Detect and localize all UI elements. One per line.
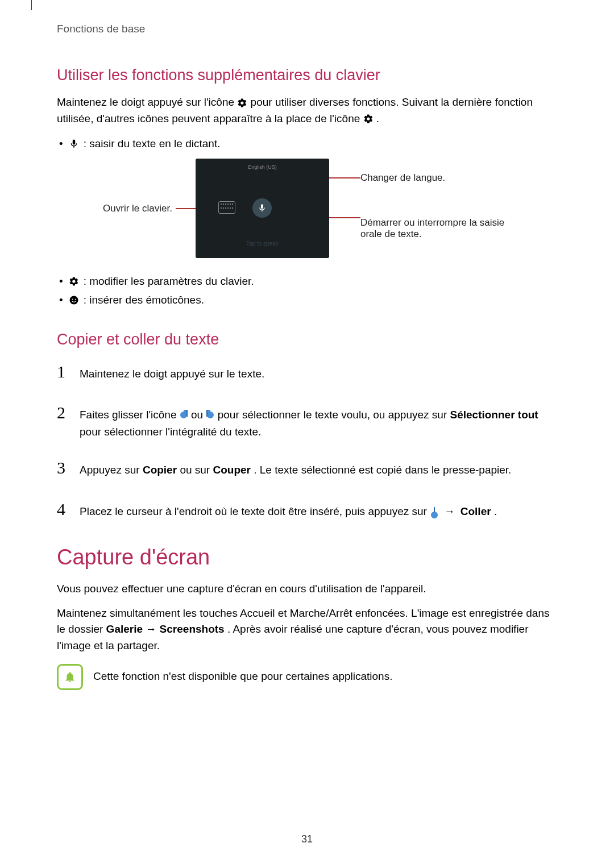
smiley-icon <box>69 295 79 305</box>
voice-input-figure: Ouvrir le clavier. English (US) Tap to s… <box>57 159 557 258</box>
settings-icon <box>237 98 247 108</box>
section1-intro: Maintenez le doigt appuyé sur l'icône po… <box>57 94 557 127</box>
callout-voice: Démarrer ou interrompre la saisie orale … <box>360 217 508 240</box>
page-content: Fonctions de base Utiliser les fonctions… <box>0 0 614 690</box>
svg-point-2 <box>74 298 76 300</box>
step-number: 4 <box>57 496 69 523</box>
step-2-text: Faites glisser l'icône ou pour sélection… <box>80 406 557 440</box>
step-number: 3 <box>57 455 69 481</box>
step-1: 1 Maintenez le doigt appuyé sur le texte… <box>57 359 557 385</box>
step-4b: . <box>494 505 497 517</box>
note-block: Cette fonction n'est disponible que pour… <box>57 664 557 690</box>
bullet-smile-text: : insérer des émoticônes. <box>84 291 204 309</box>
page-number: 31 <box>301 833 313 845</box>
step-3: 3 Appuyez sur Copier ou sur Couper . Le … <box>57 455 557 481</box>
step-2b: ou <box>191 409 206 421</box>
step-3c: . Le texte sélectionné est copié dans le… <box>254 464 511 476</box>
callout-lang: Changer de langue. <box>360 172 445 184</box>
mic-button-icon <box>252 198 272 218</box>
bullet-item-gear: : modifier les paramètres du clavier. <box>57 272 557 290</box>
screenshot-p2: Maintenez simultanément les touches Accu… <box>57 605 557 654</box>
section-title-screenshot: Capture d'écran <box>57 545 557 570</box>
step-number: 2 <box>57 400 69 426</box>
step-3-text: Appuyez sur Copier ou sur Couper . Le te… <box>80 462 557 478</box>
breadcrumb: Fonctions de base <box>57 23 557 35</box>
step-4: 4 Placez le curseur à l'endroit où le te… <box>57 496 557 523</box>
settings-icon <box>363 114 374 124</box>
svg-rect-5 <box>434 507 435 512</box>
callout-connector-voice <box>329 217 360 218</box>
step-2a: Faites glisser l'icône <box>80 409 180 421</box>
step-2d: pour sélectionner l'intégralité du texte… <box>80 426 261 438</box>
step-2-select-all: Sélectionner tout <box>450 409 538 421</box>
callout-connector-left <box>176 208 196 209</box>
step-4-paste: Coller <box>460 505 491 517</box>
copy-steps: 1 Maintenez le doigt appuyé sur le texte… <box>57 359 557 522</box>
step-2: 2 Faites glisser l'icône ou pour sélecti… <box>57 400 557 440</box>
voice-input-screenshot: English (US) Tap to speak <box>196 159 329 258</box>
p2-gallery: Galerie <box>106 623 143 635</box>
settings-icon <box>69 276 79 286</box>
page-top-marker <box>31 0 32 10</box>
note-text: Cette fonction n'est disponible que pour… <box>93 664 392 685</box>
section-title-keyboard: Utiliser les fonctions supplémentaires d… <box>57 67 557 84</box>
step-2c: pour sélectionner le texte voulu, ou app… <box>218 409 450 421</box>
selection-handle-end-icon <box>206 410 214 422</box>
bullet-gear-text: : modifier les paramètres du clavier. <box>84 272 254 290</box>
svg-point-0 <box>69 296 78 304</box>
step-4a: Placez le curseur à l'endroit où le text… <box>80 505 430 517</box>
step-3b: ou sur <box>180 464 213 476</box>
intro-text-a: Maintenez le doigt appuyé sur l'icône <box>57 96 237 108</box>
selection-handle-start-icon <box>180 410 188 422</box>
step-4-text: Placez le curseur à l'endroit où le text… <box>80 503 557 520</box>
callout-left: Ouvrir le clavier. <box>103 203 176 214</box>
svg-rect-3 <box>186 410 188 417</box>
screenshot-language-label: English (US) <box>248 164 277 170</box>
intro-text-c: . <box>376 113 379 124</box>
step-3-cut: Couper <box>213 464 251 476</box>
bullet-item-mic: : saisir du texte en le dictant. <box>57 135 557 153</box>
callout-connector-lang <box>329 177 360 178</box>
step-3a: Appuyez sur <box>80 464 143 476</box>
bullet-item-smile: : insérer des émoticônes. <box>57 291 557 309</box>
svg-point-1 <box>72 298 73 300</box>
screenshot-p1: Vous pouvez effectuer une capture d'écra… <box>57 581 557 597</box>
arrow-separator: → <box>444 505 458 517</box>
notification-bell-icon <box>57 664 83 690</box>
step-1-text: Maintenez le doigt appuyé sur le texte. <box>80 366 557 382</box>
svg-rect-4 <box>206 410 208 417</box>
keyboard-icon <box>218 201 235 214</box>
cursor-handle-icon <box>430 506 439 518</box>
bullet-list-2: : modifier les paramètres du clavier. : … <box>57 272 557 309</box>
arrow-separator: → <box>146 623 159 635</box>
step-3-copy: Copier <box>143 464 177 476</box>
section-title-copy: Copier et coller du texte <box>57 331 557 348</box>
microphone-icon <box>69 139 79 149</box>
screenshot-tap-label: Tap to speak <box>246 240 279 247</box>
bullet-mic-text: : saisir du texte en le dictant. <box>84 135 221 153</box>
step-number: 1 <box>57 359 69 385</box>
bullet-list-1: : saisir du texte en le dictant. <box>57 135 557 153</box>
p2-screenshots: Screenshots <box>160 623 225 635</box>
